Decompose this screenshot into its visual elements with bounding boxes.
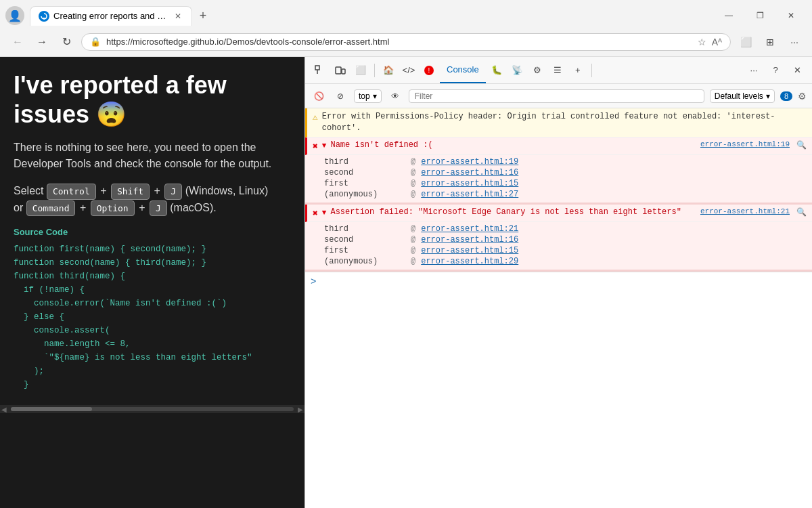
close-button[interactable]: ✕	[775, 5, 807, 26]
scroll-thumb[interactable]	[11, 407, 92, 411]
network-btn[interactable]: 📡	[508, 61, 526, 80]
svg-rect-1	[315, 66, 319, 70]
horizontal-scrollbar[interactable]: ◀ ▶	[0, 405, 304, 413]
levels-dropdown[interactable]: Default levels ▾	[710, 89, 775, 103]
back-button[interactable]: ←	[8, 33, 27, 51]
frame-link[interactable]: error-assert.html:21	[421, 224, 518, 234]
plus-4: +	[139, 202, 145, 213]
console-tab[interactable]: Console	[440, 57, 486, 83]
error-2-section: ✖ ▼ Assertion failed: "Microsoft Edge Ca…	[305, 205, 812, 272]
stack-frame-2-3: first @ error-assert.html:15	[324, 245, 807, 256]
error-1-collapse-icon[interactable]: ▼	[322, 142, 327, 150]
console-prompt-icon: >	[311, 276, 316, 287]
add-tab-btn[interactable]: +	[568, 61, 587, 80]
main-area: I've reported a few issues 😨 There is no…	[0, 57, 812, 508]
j-key-2: J	[150, 200, 167, 217]
frame-link[interactable]: error-assert.html:27	[421, 190, 518, 199]
context-chevron: ▾	[373, 91, 377, 101]
browser-window: 👤 Creating error reports and assert ✕ + …	[0, 0, 812, 508]
frame-link[interactable]: error-assert.html:15	[421, 246, 518, 255]
new-tab-button[interactable]: +	[194, 7, 212, 26]
reload-button[interactable]: ↻	[57, 33, 76, 51]
tab-close-button[interactable]: ✕	[173, 11, 183, 22]
error-2-search-icon[interactable]: 🔍	[796, 207, 807, 217]
command-key: Command	[26, 200, 76, 217]
error-1-search-icon[interactable]: 🔍	[796, 140, 807, 150]
frame-link[interactable]: error-assert.html:19	[421, 157, 518, 167]
frame-link[interactable]: error-assert.html:16	[421, 168, 518, 177]
scroll-right-arrow[interactable]: ▶	[296, 406, 304, 413]
maximize-button[interactable]: ❐	[744, 5, 775, 26]
sources-tab-btn[interactable]: </>	[399, 61, 418, 80]
frame-name: first	[324, 246, 405, 255]
frame-name: third	[324, 224, 405, 234]
svg-rect-3	[336, 67, 341, 74]
stack-frame-1-2: second @ error-assert.html:16	[324, 167, 807, 178]
inspect-element-btn[interactable]	[311, 61, 330, 80]
frame-name: (anonymous)	[324, 257, 405, 266]
toggle-drawer-btn[interactable]: ⬜	[351, 61, 370, 80]
sidebar-toggle[interactable]: ⬜	[736, 33, 755, 51]
frame-at: @	[411, 235, 415, 245]
j-key: J	[164, 184, 182, 200]
url-bar[interactable]: 🔒 https://microsoftedge.github.io/Demos/…	[81, 33, 731, 51]
frame-at: @	[411, 179, 415, 188]
devtools-help-btn[interactable]: ?	[766, 61, 785, 80]
context-dropdown[interactable]: top ▾	[354, 89, 382, 103]
error-1-title: Name isn't defined :(	[330, 140, 696, 150]
console-tab-label: Console	[447, 64, 479, 75]
context-label: top	[359, 91, 370, 101]
application-btn[interactable]: ⚙	[528, 61, 547, 80]
clear-console-btn[interactable]: 🚫	[311, 88, 327, 104]
warning-message: ⚠ Error with Permissions-Policy header: …	[305, 108, 812, 137]
window-controls: — ❐ ✕	[713, 5, 807, 26]
stack-frame-2-4: (anonymous) @ error-assert.html:29	[324, 256, 807, 267]
source-code-label: Source Code	[14, 227, 291, 237]
split-view[interactable]: ⊞	[761, 33, 780, 51]
error-2-stack: third @ error-assert.html:21 second @ er…	[305, 222, 812, 270]
devtools-close-btn[interactable]: ✕	[788, 61, 807, 80]
hint-select: Select	[14, 185, 43, 196]
console-toolbar: 🚫 ⊘ top ▾ 👁 Default levels ▾ 8 ⚙	[305, 84, 812, 108]
more-tools[interactable]: ···	[785, 33, 804, 51]
error-2-collapse-icon[interactable]: ▼	[322, 209, 327, 217]
star-icon[interactable]: ☆	[698, 37, 706, 47]
svg-point-0	[39, 11, 49, 22]
frame-at: @	[411, 190, 415, 199]
error-1-icon: ✖	[313, 141, 318, 152]
lock-icon: 🔒	[90, 37, 101, 47]
browser-tab[interactable]: Creating error reports and assert ✕	[30, 6, 192, 26]
webpage-panel: I've reported a few issues 😨 There is no…	[0, 57, 304, 508]
frame-name: third	[324, 157, 405, 167]
frame-at: @	[411, 257, 415, 266]
device-icon	[334, 64, 346, 77]
reader-icon[interactable]: Aᴬ	[712, 37, 722, 47]
live-expressions-btn[interactable]: 👁	[387, 88, 403, 104]
frame-link[interactable]: error-assert.html:16	[421, 235, 518, 245]
scroll-track[interactable]	[11, 407, 294, 411]
scroll-left-arrow[interactable]: ◀	[0, 406, 8, 413]
svg-text:!: !	[428, 67, 430, 75]
forward-button[interactable]: →	[32, 33, 51, 51]
console-settings-btn[interactable]: ⚙	[798, 91, 807, 102]
error-2-location[interactable]: error-assert.html:21	[700, 207, 790, 215]
frame-link[interactable]: error-assert.html:15	[421, 179, 518, 188]
address-bar: ← → ↻ 🔒 https://microsoftedge.github.io/…	[0, 27, 812, 57]
error-2-icon: ✖	[313, 208, 318, 219]
frame-name: second	[324, 168, 405, 177]
plus-2: +	[154, 185, 160, 196]
control-key: Control	[47, 184, 96, 200]
device-emulation-btn[interactable]	[331, 61, 350, 80]
more-tabs-btn[interactable]: ☰	[548, 61, 567, 80]
elements-tab-btn[interactable]: 🏠	[379, 61, 398, 80]
url-text: https://microsoftedge.github.io/Demos/de…	[106, 37, 692, 47]
error-1-location[interactable]: error-assert.html:19	[700, 140, 790, 148]
devtools-more-btn[interactable]: ···	[744, 61, 763, 80]
avatar[interactable]: 👤	[5, 6, 24, 25]
filter-input[interactable]	[409, 89, 704, 103]
filter-toggle-btn[interactable]: ⊘	[332, 88, 348, 104]
frame-link[interactable]: error-assert.html:29	[421, 257, 518, 266]
performance-btn[interactable]: 🐛	[487, 61, 506, 80]
error-1-stack: third @ error-assert.html:19 second @ er…	[305, 155, 812, 203]
minimize-button[interactable]: —	[713, 5, 744, 26]
